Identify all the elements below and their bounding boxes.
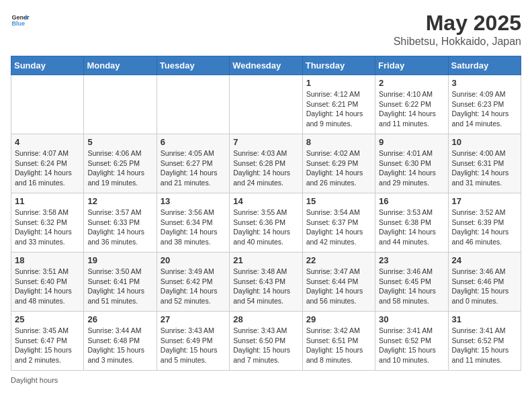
day-number: 23 — [379, 255, 444, 265]
page-header: General Blue May 2025 Shibetsu, Hokkaido… — [11, 11, 521, 48]
calendar-cell: 23Sunrise: 3:46 AMSunset: 6:45 PMDayligh… — [375, 253, 448, 312]
day-number: 30 — [379, 314, 444, 324]
day-info: Sunrise: 3:42 AMSunset: 6:51 PMDaylight:… — [306, 326, 371, 365]
day-info: Sunrise: 3:43 AMSunset: 6:50 PMDaylight:… — [233, 326, 298, 365]
calendar-cell: 4Sunrise: 4:07 AMSunset: 6:24 PMDaylight… — [11, 134, 84, 193]
calendar-cell — [230, 75, 302, 134]
day-info: Sunrise: 3:57 AMSunset: 6:33 PMDaylight:… — [87, 208, 152, 247]
day-info: Sunrise: 3:56 AMSunset: 6:34 PMDaylight:… — [161, 208, 226, 247]
day-number: 4 — [15, 137, 80, 147]
calendar-cell: 18Sunrise: 3:51 AMSunset: 6:40 PMDayligh… — [11, 253, 84, 312]
day-info: Sunrise: 3:43 AMSunset: 6:49 PMDaylight:… — [161, 326, 226, 365]
day-number: 14 — [233, 196, 298, 206]
month-title: May 2025 — [394, 11, 521, 36]
header-monday: Monday — [84, 56, 157, 75]
calendar-week-0: 1Sunrise: 4:12 AMSunset: 6:21 PMDaylight… — [11, 75, 521, 134]
location: Shibetsu, Hokkaido, Japan — [394, 36, 521, 48]
header-friday: Friday — [375, 56, 448, 75]
calendar-cell: 5Sunrise: 4:06 AMSunset: 6:25 PMDaylight… — [84, 134, 157, 193]
day-info: Sunrise: 3:55 AMSunset: 6:36 PMDaylight:… — [233, 208, 298, 247]
day-info: Sunrise: 3:46 AMSunset: 6:46 PMDaylight:… — [452, 267, 517, 306]
day-info: Sunrise: 3:49 AMSunset: 6:42 PMDaylight:… — [161, 267, 226, 306]
calendar-cell: 29Sunrise: 3:42 AMSunset: 6:51 PMDayligh… — [302, 312, 375, 371]
svg-text:Blue: Blue — [11, 20, 25, 27]
calendar-header: Sunday Monday Tuesday Wednesday Thursday… — [11, 56, 521, 75]
header-sunday: Sunday — [11, 56, 84, 75]
header-tuesday: Tuesday — [157, 56, 229, 75]
calendar-cell: 30Sunrise: 3:41 AMSunset: 6:52 PMDayligh… — [375, 312, 448, 371]
day-number: 7 — [233, 137, 298, 147]
calendar-cell — [84, 75, 157, 134]
calendar-cell: 14Sunrise: 3:55 AMSunset: 6:36 PMDayligh… — [230, 193, 302, 253]
day-info: Sunrise: 3:47 AMSunset: 6:44 PMDaylight:… — [306, 267, 371, 306]
day-number: 10 — [452, 137, 517, 147]
day-info: Sunrise: 3:48 AMSunset: 6:43 PMDaylight:… — [233, 267, 298, 306]
calendar-cell: 31Sunrise: 3:41 AMSunset: 6:52 PMDayligh… — [448, 312, 521, 371]
day-number: 29 — [306, 314, 371, 324]
day-info: Sunrise: 3:52 AMSunset: 6:39 PMDaylight:… — [452, 208, 517, 247]
calendar-cell: 27Sunrise: 3:43 AMSunset: 6:49 PMDayligh… — [157, 312, 229, 371]
day-number: 18 — [15, 255, 80, 265]
title-block: May 2025 Shibetsu, Hokkaido, Japan — [394, 11, 521, 48]
day-info: Sunrise: 3:41 AMSunset: 6:52 PMDaylight:… — [452, 326, 517, 365]
day-info: Sunrise: 4:00 AMSunset: 6:31 PMDaylight:… — [452, 148, 517, 188]
day-number: 24 — [452, 255, 517, 265]
calendar-table: Sunday Monday Tuesday Wednesday Thursday… — [11, 56, 521, 371]
calendar-cell: 20Sunrise: 3:49 AMSunset: 6:42 PMDayligh… — [157, 253, 229, 312]
day-number: 20 — [161, 255, 226, 265]
calendar-cell: 6Sunrise: 4:05 AMSunset: 6:27 PMDaylight… — [157, 134, 229, 193]
calendar-cell: 24Sunrise: 3:46 AMSunset: 6:46 PMDayligh… — [448, 253, 521, 312]
day-number: 8 — [306, 137, 371, 147]
calendar-cell — [157, 75, 229, 134]
day-number: 16 — [379, 196, 444, 206]
calendar-cell: 26Sunrise: 3:44 AMSunset: 6:48 PMDayligh… — [84, 312, 157, 371]
calendar-body: 1Sunrise: 4:12 AMSunset: 6:21 PMDaylight… — [11, 75, 521, 371]
day-info: Sunrise: 4:09 AMSunset: 6:23 PMDaylight:… — [452, 89, 517, 129]
day-number: 5 — [87, 137, 152, 147]
day-number: 12 — [87, 196, 152, 206]
header-thursday: Thursday — [302, 56, 375, 75]
calendar-cell: 25Sunrise: 3:45 AMSunset: 6:47 PMDayligh… — [11, 312, 84, 371]
footer: Daylight hours — [11, 376, 521, 384]
calendar-week-4: 25Sunrise: 3:45 AMSunset: 6:47 PMDayligh… — [11, 312, 521, 371]
day-info: Sunrise: 3:45 AMSunset: 6:47 PMDaylight:… — [15, 326, 80, 365]
calendar-cell: 28Sunrise: 3:43 AMSunset: 6:50 PMDayligh… — [230, 312, 302, 371]
calendar-cell: 19Sunrise: 3:50 AMSunset: 6:41 PMDayligh… — [84, 253, 157, 312]
day-info: Sunrise: 4:05 AMSunset: 6:27 PMDaylight:… — [161, 148, 226, 188]
day-number: 6 — [161, 137, 226, 147]
day-number: 22 — [306, 255, 371, 265]
calendar-cell: 22Sunrise: 3:47 AMSunset: 6:44 PMDayligh… — [302, 253, 375, 312]
calendar-cell: 13Sunrise: 3:56 AMSunset: 6:34 PMDayligh… — [157, 193, 229, 253]
calendar-cell: 21Sunrise: 3:48 AMSunset: 6:43 PMDayligh… — [230, 253, 302, 312]
day-number: 19 — [87, 255, 152, 265]
day-number: 25 — [15, 314, 80, 324]
calendar-cell: 3Sunrise: 4:09 AMSunset: 6:23 PMDaylight… — [448, 75, 521, 134]
day-info: Sunrise: 4:12 AMSunset: 6:21 PMDaylight:… — [306, 89, 371, 129]
day-info: Sunrise: 3:44 AMSunset: 6:48 PMDaylight:… — [87, 326, 152, 365]
calendar-cell: 17Sunrise: 3:52 AMSunset: 6:39 PMDayligh… — [448, 193, 521, 253]
day-number: 11 — [15, 196, 80, 206]
day-info: Sunrise: 3:41 AMSunset: 6:52 PMDaylight:… — [379, 326, 444, 365]
header-saturday: Saturday — [448, 56, 521, 75]
day-info: Sunrise: 4:06 AMSunset: 6:25 PMDaylight:… — [87, 148, 152, 188]
header-wednesday: Wednesday — [230, 56, 302, 75]
calendar-cell: 12Sunrise: 3:57 AMSunset: 6:33 PMDayligh… — [84, 193, 157, 253]
day-number: 2 — [379, 78, 444, 88]
day-number: 1 — [306, 78, 371, 88]
calendar-cell: 15Sunrise: 3:54 AMSunset: 6:37 PMDayligh… — [302, 193, 375, 253]
calendar-week-3: 18Sunrise: 3:51 AMSunset: 6:40 PMDayligh… — [11, 253, 521, 312]
calendar-cell: 11Sunrise: 3:58 AMSunset: 6:32 PMDayligh… — [11, 193, 84, 253]
day-info: Sunrise: 4:10 AMSunset: 6:22 PMDaylight:… — [379, 89, 444, 129]
calendar-cell: 7Sunrise: 4:03 AMSunset: 6:28 PMDaylight… — [230, 134, 302, 193]
day-info: Sunrise: 3:50 AMSunset: 6:41 PMDaylight:… — [87, 267, 152, 306]
day-number: 17 — [452, 196, 517, 206]
calendar-week-2: 11Sunrise: 3:58 AMSunset: 6:32 PMDayligh… — [11, 193, 521, 253]
logo-icon: General Blue — [11, 11, 30, 30]
header-row: Sunday Monday Tuesday Wednesday Thursday… — [11, 56, 521, 75]
calendar-cell: 2Sunrise: 4:10 AMSunset: 6:22 PMDaylight… — [375, 75, 448, 134]
day-number: 15 — [306, 196, 371, 206]
day-info: Sunrise: 4:01 AMSunset: 6:30 PMDaylight:… — [379, 148, 444, 188]
calendar-cell: 9Sunrise: 4:01 AMSunset: 6:30 PMDaylight… — [375, 134, 448, 193]
day-number: 13 — [161, 196, 226, 206]
day-number: 21 — [233, 255, 298, 265]
